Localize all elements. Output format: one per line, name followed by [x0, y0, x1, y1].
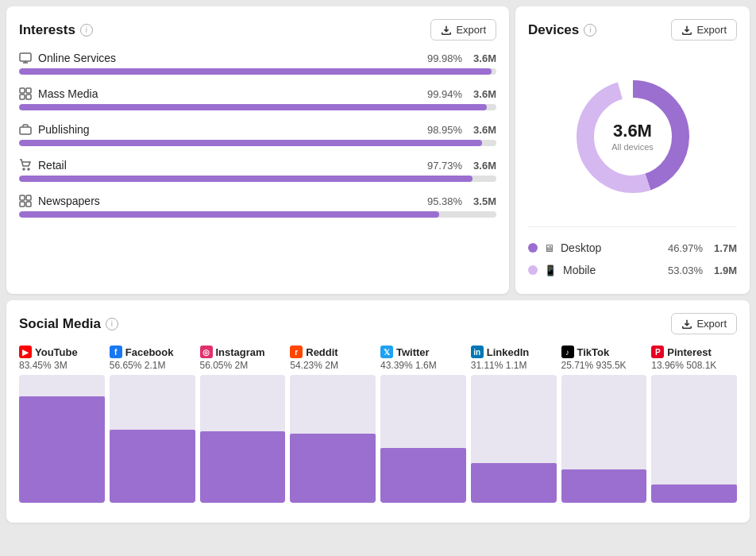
interest-icon	[19, 159, 32, 172]
bar-track	[19, 176, 496, 182]
social-icon-name: ♪ TikTok	[561, 346, 647, 358]
social-icon-name: ◎ Instagram	[200, 346, 286, 358]
interest-pct: 99.94%	[418, 88, 462, 100]
interests-export-button[interactable]: Export	[430, 19, 496, 41]
interest-item: Retail 97.73% 3.6M	[19, 159, 496, 182]
social-bar-fill	[380, 448, 466, 503]
devices-header: Devices i Export	[528, 19, 737, 41]
social-stats: 25.71% 935.5K	[561, 360, 647, 371]
interest-row: Newspapers 95.38% 3.5M	[19, 195, 496, 207]
interest-name: Publishing	[38, 123, 412, 136]
social-bar-container	[651, 375, 737, 503]
interest-icon	[19, 123, 32, 136]
svg-rect-8	[20, 195, 25, 200]
mobile-count: 1.9M	[709, 264, 737, 276]
social-bar-container	[19, 375, 105, 503]
mobile-pct: 53.03%	[663, 264, 703, 276]
desktop-pct: 46.97%	[663, 242, 703, 254]
interests-list: Online Services 99.98% 3.6M Mass Media 9…	[19, 52, 496, 218]
social-stats: 31.11% 1.1M	[471, 360, 557, 371]
interest-count: 3.6M	[469, 124, 496, 136]
social-bar-container	[561, 375, 647, 503]
devices-export-button[interactable]: Export	[671, 19, 737, 41]
social-name: Twitter	[396, 346, 430, 358]
interest-count: 3.6M	[469, 52, 496, 64]
platform-icon: in	[471, 346, 484, 358]
social-stats: 83.45% 3M	[19, 360, 105, 371]
interest-row: Publishing 98.95% 3.6M	[19, 123, 496, 136]
social-bar-fill	[651, 485, 737, 503]
social-name: Facebook	[125, 346, 174, 358]
interest-pct: 95.38%	[418, 195, 462, 207]
svg-point-7	[28, 168, 29, 170]
donut-total-label: All devices	[611, 141, 654, 153]
interests-header: Interests i Export	[19, 19, 496, 41]
social-name: Reddit	[306, 346, 338, 358]
interest-row: Retail 97.73% 3.6M	[19, 159, 496, 172]
device-legend: 🖥 Desktop 46.97% 1.7M 📱 Mobile 53.03% 1.…	[528, 226, 737, 281]
social-bar-container	[471, 375, 557, 503]
platform-icon: r	[290, 346, 303, 358]
devices-panel: Devices i Export	[515, 6, 750, 294]
svg-rect-10	[20, 202, 25, 207]
interests-title: Interests	[19, 22, 75, 38]
social-stats: 56.05% 2M	[200, 360, 286, 371]
social-name: Instagram	[216, 346, 265, 358]
device-legend-mobile: 📱 Mobile 53.03% 1.9M	[528, 259, 737, 281]
social-item: ♪ TikTok 25.71% 935.5K	[561, 346, 647, 503]
bar-track	[19, 104, 496, 110]
interest-item: Publishing 98.95% 3.6M	[19, 123, 496, 146]
svg-rect-2	[26, 88, 31, 93]
social-export-button[interactable]: Export	[671, 313, 737, 334]
social-name: LinkedIn	[487, 346, 529, 358]
platform-icon: 𝕏	[380, 346, 393, 358]
interest-name: Online Services	[38, 52, 412, 64]
social-icon-name: 𝕏 Twitter	[380, 346, 466, 358]
bar-track	[19, 211, 496, 218]
main-grid: Interests i Export Online Services 99.98…	[0, 0, 756, 556]
social-stats: 54.23% 2M	[290, 360, 376, 371]
social-bar-container	[290, 375, 376, 503]
interest-icon	[19, 52, 32, 64]
social-bar-container	[200, 375, 286, 503]
desktop-dot	[528, 243, 538, 253]
desktop-icon: 🖥	[544, 242, 554, 254]
bar-fill	[19, 211, 439, 218]
mobile-dot	[528, 265, 538, 275]
social-stats: 43.39% 1.6M	[380, 360, 466, 371]
interests-title-group: Interests i	[19, 22, 93, 38]
social-icon-name: r Reddit	[290, 346, 376, 358]
social-title-group: Social Media i	[19, 316, 118, 332]
svg-rect-4	[26, 95, 31, 99]
interest-item: Mass Media 99.94% 3.6M	[19, 87, 496, 110]
social-name: YouTube	[35, 346, 78, 358]
export-icon-devices	[681, 25, 692, 36]
interest-icon	[19, 195, 32, 207]
social-item: ▶ YouTube 83.45% 3M	[19, 346, 105, 503]
interest-count: 3.5M	[469, 195, 496, 207]
svg-rect-1	[20, 88, 25, 93]
social-icon-name: f Facebook	[110, 346, 195, 358]
social-bar-fill	[200, 431, 286, 503]
platform-icon: f	[110, 346, 122, 358]
social-icon-name: P Pinterest	[651, 346, 737, 358]
social-info-icon[interactable]: i	[106, 318, 118, 330]
social-panel: Social Media i Export ▶ YouTube 83.45% 3…	[6, 300, 750, 523]
social-bar-fill	[561, 469, 647, 503]
svg-rect-5	[20, 127, 31, 134]
svg-point-6	[23, 168, 25, 170]
interests-panel: Interests i Export Online Services 99.98…	[6, 6, 509, 294]
social-item: f Facebook 56.65% 2.1M	[110, 346, 195, 503]
top-row: Interests i Export Online Services 99.98…	[6, 6, 750, 294]
devices-title: Devices	[528, 22, 579, 38]
interest-row: Online Services 99.98% 3.6M	[19, 52, 496, 64]
social-item: ◎ Instagram 56.05% 2M	[200, 346, 286, 503]
device-legend-desktop: 🖥 Desktop 46.97% 1.7M	[528, 237, 737, 259]
devices-info-icon[interactable]: i	[584, 24, 596, 37]
interests-info-icon[interactable]: i	[80, 24, 93, 37]
social-bar-container	[380, 375, 466, 503]
interest-pct: 99.98%	[418, 52, 462, 64]
mobile-icon: 📱	[544, 264, 557, 276]
svg-rect-9	[26, 195, 31, 200]
social-icon-name: ▶ YouTube	[19, 346, 105, 358]
